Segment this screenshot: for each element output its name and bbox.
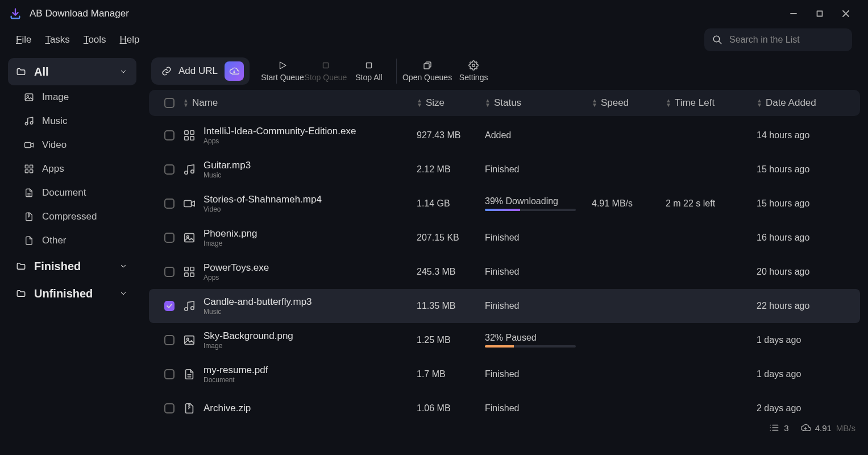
add-url-button[interactable]: Add URL (151, 57, 250, 85)
file-status: Finished (485, 369, 592, 379)
menu-tools[interactable]: Tools (84, 34, 106, 46)
svg-rect-11 (323, 63, 328, 68)
file-size: 1.25 MB (417, 335, 485, 345)
progress-bar (485, 209, 576, 211)
apps-icon (24, 164, 34, 174)
search-box[interactable] (704, 28, 852, 51)
svg-rect-26 (185, 273, 188, 276)
sidebar-group-finished[interactable]: Finished (8, 253, 136, 280)
music-icon (24, 116, 34, 126)
file-category: Music (203, 308, 312, 316)
column-size[interactable]: ▲▼Size (417, 97, 485, 109)
row-checkbox[interactable] (164, 267, 175, 277)
table-row[interactable]: Stories-of-Shahnameh.mp4 Video 1.14 GB 3… (149, 187, 860, 221)
status-speed: 4.91 MB/s (800, 423, 855, 433)
status-count: 3 (769, 423, 788, 433)
toolbar-button-label: Start Queue (261, 73, 304, 82)
svg-point-5 (30, 122, 33, 125)
file-date: 14 hours ago (757, 130, 853, 140)
column-timeleft[interactable]: ▲▼Time Left (666, 97, 757, 109)
svg-point-20 (191, 170, 194, 173)
file-size: 1.7 MB (417, 369, 485, 379)
row-checkbox[interactable] (164, 301, 175, 311)
table-row[interactable]: Sky-Background.png Image 1.25 MB 32% Pau… (149, 323, 860, 357)
row-checkbox[interactable] (164, 130, 175, 140)
table-row[interactable]: IntelliJ-Idea-Community-Edition.exe Apps… (149, 118, 860, 152)
svg-rect-8 (30, 165, 33, 168)
file-date: 22 hours ago (757, 301, 853, 311)
music-icon (183, 163, 196, 176)
file-name: Guitar.mp3 (203, 160, 251, 171)
menu-help[interactable]: Help (120, 34, 140, 46)
select-all-checkbox[interactable] (164, 98, 175, 108)
file-status: Added (485, 130, 592, 140)
search-icon (712, 35, 722, 45)
sidebar-item-music[interactable]: Music (8, 109, 136, 133)
sidebar-item-other[interactable]: Other (8, 229, 136, 253)
document-icon (24, 188, 34, 198)
sidebar-item-compressed[interactable]: Compressed (8, 205, 136, 229)
close-button[interactable] (833, 5, 859, 23)
stop-icon (364, 60, 374, 71)
maximize-button[interactable] (807, 5, 833, 23)
sidebar-item-image[interactable]: Image (8, 85, 136, 109)
menu-file[interactable]: File (16, 34, 31, 46)
row-checkbox[interactable] (164, 198, 175, 209)
open-queues-button[interactable]: Open Queues (402, 54, 452, 88)
svg-rect-0 (817, 11, 823, 16)
svg-point-19 (185, 171, 188, 175)
column-status[interactable]: ▲▼Status (485, 97, 592, 109)
file-status: Finished (485, 164, 592, 175)
file-date: 2 days ago (757, 403, 853, 413)
archive-icon (24, 212, 34, 222)
sidebar-item-document[interactable]: Document (8, 181, 136, 205)
sidebar-item-label: Music (42, 115, 67, 127)
minimize-button[interactable] (780, 5, 807, 23)
search-input[interactable] (729, 35, 844, 45)
row-checkbox[interactable] (164, 335, 175, 345)
svg-rect-10 (30, 170, 33, 173)
apps-icon (183, 266, 196, 278)
file-status: Finished (485, 301, 592, 311)
gear-icon (468, 60, 479, 71)
table-row[interactable]: PowerToys.exe Apps 245.3 MB Finished 20 … (149, 255, 860, 289)
file-name: Phoenix.png (203, 228, 258, 239)
menu-bar: File Tasks Tools Help (0, 27, 868, 52)
sidebar-item-label: Apps (42, 163, 64, 175)
row-checkbox[interactable] (164, 164, 175, 175)
folder-icon (16, 261, 26, 271)
window-title: AB Download Manager (30, 8, 129, 19)
svg-rect-25 (190, 267, 194, 271)
settings-button[interactable]: Settings (452, 54, 495, 88)
sidebar-group-unfinished[interactable]: Unfinished (8, 280, 136, 307)
svg-rect-15 (185, 131, 188, 134)
file-name: Sky-Background.png (203, 330, 293, 342)
stop-icon (321, 60, 331, 71)
svg-point-4 (25, 122, 28, 125)
start-queue-button[interactable]: Start Queue (261, 54, 304, 88)
cloud-download-icon (225, 61, 244, 81)
table-row[interactable]: my-resume.pdf Document 1.7 MB Finished 1… (149, 357, 860, 391)
sidebar-item-label: Image (42, 92, 69, 103)
sidebar-group-label: All (34, 65, 49, 78)
row-checkbox[interactable] (164, 369, 175, 379)
sidebar-item-apps[interactable]: Apps (8, 157, 136, 181)
sidebar-group-all[interactable]: All (8, 58, 136, 85)
file-date: 20 hours ago (757, 267, 853, 277)
menu-tasks[interactable]: Tasks (45, 34, 69, 46)
column-date[interactable]: ▲▼Date Added (757, 97, 853, 109)
row-checkbox[interactable] (164, 403, 175, 413)
table-row[interactable]: Guitar.mp3 Music 2.12 MB Finished 15 hou… (149, 152, 860, 187)
sidebar-item-video[interactable]: Video (8, 133, 136, 157)
column-speed[interactable]: ▲▼Speed (592, 97, 666, 109)
table-row[interactable]: Phoenix.png Image 207.15 KB Finished 16 … (149, 221, 860, 255)
file-size: 1.06 MB (417, 403, 485, 413)
row-checkbox[interactable] (164, 233, 175, 243)
stop-all-button[interactable]: Stop All (347, 54, 391, 88)
toolbar-button-label: Stop Queue (305, 73, 347, 82)
svg-rect-22 (185, 234, 194, 242)
column-name[interactable]: ▲▼Name (183, 97, 417, 109)
file-timeleft: 2 m 22 s left (666, 198, 757, 209)
table-row[interactable]: Candle-and-butterfly.mp3 Music 11.35 MB … (149, 289, 860, 323)
svg-point-14 (472, 64, 475, 67)
